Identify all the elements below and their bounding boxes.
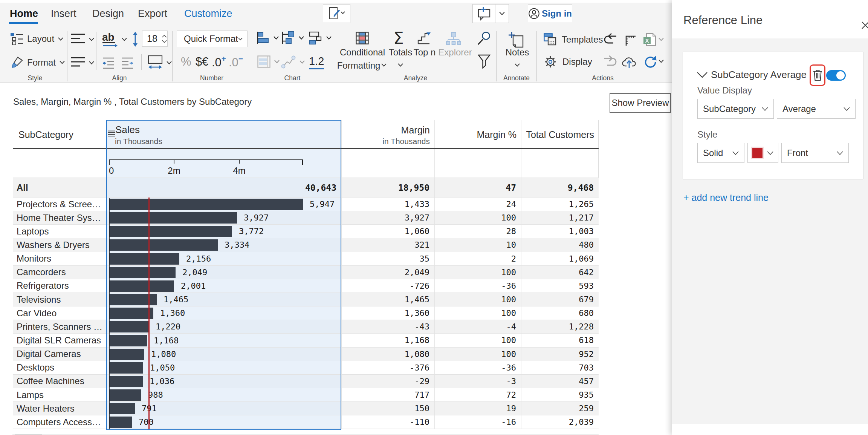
table-row[interactable]: Car Video1,360100680 [13,306,599,320]
close-icon[interactable] [861,21,868,29]
combo-chart-button[interactable] [309,31,332,44]
resize-button[interactable] [623,33,636,47]
sign-in-button[interactable]: Sign in [528,4,572,23]
export-excel-button[interactable]: X [643,33,656,47]
notes-label[interactable]: Notes [506,47,529,58]
bar-chart-button[interactable] [257,31,279,44]
small-divider [141,54,142,70]
reference-line-name[interactable]: SubCategory Average [711,69,807,81]
row-height-button[interactable] [132,32,139,48]
margin-value: 150 [341,402,434,415]
header-subcategory[interactable]: SubCategory [13,120,106,148]
collapse-chevron-icon[interactable] [697,72,708,78]
header-sales[interactable]: Sales in Thousands [106,120,341,148]
tab-home[interactable]: Home [10,8,38,20]
header-total-customers[interactable]: Total Customers [521,120,599,148]
totals-label[interactable]: Totals [389,47,413,58]
minus-sign: − [238,54,243,63]
margin-pct-value: 28 [434,225,521,238]
add-trend-line-link[interactable]: + add new trend line [683,192,769,203]
chevron-down-icon [398,63,403,67]
table-row[interactable]: Desktops-376-36703 [13,361,599,375]
total-row[interactable]: All 40,643 18,950 47 9,468 [13,178,599,198]
table-row[interactable]: Monitors3521,069 [13,252,599,266]
search-button[interactable] [477,31,491,47]
table-row[interactable]: Computers Access…-110-162,039 [13,415,599,429]
table-row[interactable]: Laptops1,060281,003 [13,225,599,238]
table-row[interactable]: Printers, Scanners …-43-41,228 [13,320,599,334]
table-row[interactable]: Projectors & Scree…1,433241,265 [13,198,599,211]
percent-format-button[interactable]: % [181,55,191,69]
refresh-button[interactable] [643,55,657,70]
group-divider [172,31,173,81]
decimal-increase-button[interactable]: .0+ [212,55,226,69]
horizontal-align-button[interactable] [71,57,94,69]
show-preview-button[interactable]: Show Preview [610,93,671,113]
column-width-button[interactable] [148,55,172,70]
explorer-button[interactable] [446,32,462,46]
templates-button[interactable]: Templates [544,33,603,46]
font-size-spinner[interactable]: 18 [142,31,168,47]
table-row[interactable]: Digital SLR Cameras1,168100618 [13,334,599,347]
publish-button[interactable] [622,56,637,70]
add-comment-button[interactable] [472,4,495,23]
aggregation-dropdown[interactable]: Average [777,99,856,119]
top-n-label[interactable]: Top n [414,47,436,58]
redo-button[interactable] [604,55,617,70]
comment-dropdown-button[interactable] [495,4,509,23]
tab-insert[interactable]: Insert [51,8,76,20]
drag-handle-icon[interactable] [108,130,115,137]
ribbon: Home Insert Design Export Customize [0,0,672,83]
table-row[interactable]: Home Theater Sys…3,9271001,217 [13,211,599,225]
table-row[interactable]: Televisions1,465100679 [13,293,599,306]
tab-export[interactable]: Export [138,8,167,20]
chevron-down-icon [767,151,773,155]
data-table: SubCategory Sales in Thousands Margin in… [13,120,599,429]
text-format-button[interactable]: ab [102,32,127,47]
quick-format-dropdown[interactable]: Quick Format [177,31,248,47]
sales-cell [106,361,341,374]
table-row[interactable]: Water Heaters15019259 [13,402,599,415]
top-n-button[interactable] [417,32,431,46]
trash-icon[interactable] [813,70,822,81]
tab-design[interactable]: Design [92,8,124,20]
display-button[interactable]: Display [544,56,592,68]
indent-decrease-button[interactable] [102,57,115,71]
position-dropdown[interactable]: Front [781,143,849,163]
dimension-dropdown[interactable]: SubCategory [697,99,774,119]
filter-button[interactable] [478,54,491,71]
conditional-formatting-button[interactable] [356,32,369,46]
decimal-places-button[interactable]: 1.2 [309,55,324,69]
line-style-dropdown[interactable]: Solid [697,143,744,163]
table-row[interactable]: Camcorders2,049100642 [13,266,599,279]
table-view-button[interactable] [257,55,280,68]
line-color-dropdown[interactable] [747,143,778,163]
vertical-align-button[interactable] [71,33,94,45]
table-row[interactable]: Washers & Dryers32110480 [13,238,599,252]
decimal-decrease-button[interactable]: .0− [229,55,243,69]
layout-button[interactable]: Layout [10,32,63,45]
currency-format-button[interactable]: $€ [196,55,208,69]
conditional-formatting-label1[interactable]: Conditional [340,47,385,58]
display-label: Display [562,57,592,67]
table-row[interactable]: Coffee Machines-29-3457 [13,375,599,388]
format-button[interactable]: Format [11,56,65,69]
line-chart-button[interactable] [281,55,305,69]
table-row[interactable]: Lamps71772935 [13,388,599,402]
table-row[interactable]: Digital Cameras1,080100952 [13,348,599,361]
undo-button[interactable] [604,33,617,47]
margin-value: 1,465 [341,293,434,306]
totals-button[interactable]: Σ [393,32,404,45]
spinner-arrows-icon[interactable] [161,32,167,45]
conditional-formatting-label2[interactable]: Formatting [337,60,381,71]
header-margin[interactable]: Margin in Thousands [341,120,434,148]
indent-increase-button[interactable] [121,57,134,71]
waterfall-chart-button[interactable] [281,31,304,44]
header-margin-pct[interactable]: Margin % [434,120,521,148]
margin-value: 1,433 [341,198,434,211]
edit-mode-button[interactable] [323,4,350,23]
sales-cell [106,320,341,333]
reference-line-toggle[interactable] [826,70,846,81]
tab-customize[interactable]: Customize [184,8,232,20]
table-row[interactable]: Refrigerators-726-36593 [13,279,599,293]
